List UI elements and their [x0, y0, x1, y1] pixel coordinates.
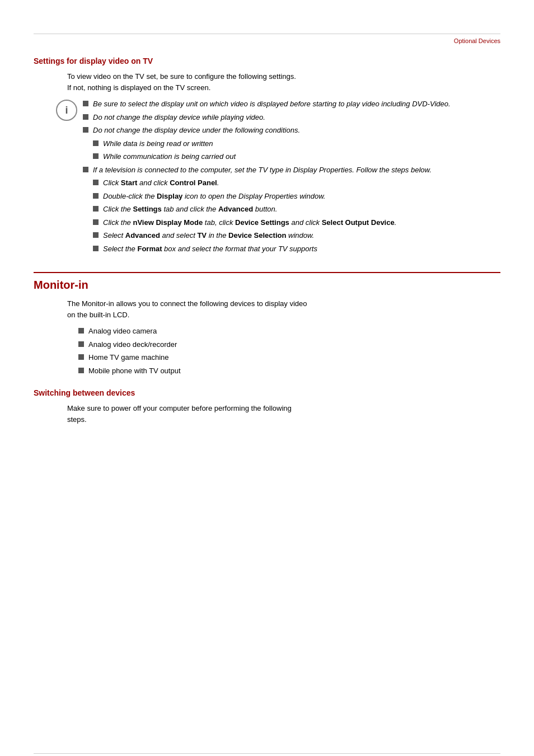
bullet-item-1: Be sure to select the display unit on wh…	[83, 98, 451, 110]
switching-intro: Make sure to power off your computer bef…	[67, 403, 500, 425]
switching-heading: Switching between devices	[34, 388, 500, 397]
monitor-item-3-text: Home TV game machine	[88, 352, 169, 363]
monitor-item-4: Mobile phone with TV output	[78, 365, 500, 377]
switching-intro-line2: steps.	[67, 415, 87, 424]
switching-intro-line1: Make sure to power off your computer bef…	[67, 404, 292, 412]
bullet-item-4e: Select Advanced and select TV in the Dev…	[93, 230, 451, 241]
bullet-item-4f-text: Select the Format box and select the for…	[103, 243, 317, 255]
bullet-square-4e	[93, 232, 99, 238]
footer-area: User's Manual 8-13	[0, 720, 534, 756]
bullet-item-4a: Click Start and click Control Panel.	[93, 177, 451, 189]
monitor-item-2-text: Analog video deck/recorder	[88, 339, 177, 350]
bullet-item-3: Do not change the display device under t…	[83, 125, 451, 136]
monitor-item-1-text: Analog video camera	[88, 326, 157, 337]
bullet-item-4d: Click the nView Display Mode tab, click …	[93, 217, 451, 228]
bullet-item-2: Do not change the display device while p…	[83, 112, 451, 123]
monitor-in-list: Analog video camera Analog video deck/re…	[78, 326, 500, 376]
monitor-bullet-2	[78, 341, 84, 347]
monitor-in-title: Monitor-in	[34, 272, 500, 292]
bullet-square-1	[83, 101, 88, 106]
monitor-bullet-4	[78, 368, 84, 373]
bullet-square-4f	[93, 246, 99, 251]
info-box: i Be sure to select the display unit on …	[56, 98, 500, 256]
bullet-square-4	[83, 167, 88, 172]
monitor-bullet-3	[78, 354, 84, 360]
monitor-in-intro: The Monitor-in allows you to connect the…	[67, 298, 500, 320]
switching-title: Switching between devices	[34, 388, 135, 397]
bullet-item-3a-text: While data is being read or written	[103, 138, 213, 149]
monitor-item-4-text: Mobile phone with TV output	[88, 365, 181, 377]
bullet-item-4e-text: Select Advanced and select TV in the Dev…	[103, 230, 314, 241]
bullet-square-4b	[93, 193, 99, 199]
monitor-item-3: Home TV game machine	[78, 352, 500, 363]
bullet-item-4f: Select the Format box and select the for…	[93, 243, 451, 255]
bullet-item-4: If a television is connected to the comp…	[83, 165, 451, 176]
bullet-item-4b: Double-click the Display icon to open th…	[93, 191, 451, 202]
monitor-bullet-1	[78, 328, 84, 334]
bullet-item-4d-text: Click the nView Display Mode tab, click …	[103, 217, 396, 228]
section1-intro-line2: If not, nothing is displayed on the TV s…	[67, 82, 500, 93]
footer: User's Manual 8-13	[0, 754, 534, 756]
bullet-item-4-text: If a television is connected to the comp…	[93, 165, 432, 176]
monitor-in-intro-line1: The Monitor-in allows you to connect the…	[67, 299, 307, 308]
bullet-square-4a	[93, 180, 99, 185]
header-section-label: Optional Devices	[0, 34, 534, 46]
bullet-item-4c: Click the Settings tab and click the Adv…	[93, 204, 451, 215]
info-icon: i	[56, 100, 77, 121]
bullet-item-3-text: Do not change the display device under t…	[93, 125, 300, 136]
bullet-square-3	[83, 127, 88, 133]
bullet-item-4c-text: Click the Settings tab and click the Adv…	[103, 204, 277, 215]
bullet-item-2-text: Do not change the display device while p…	[93, 112, 265, 123]
monitor-item-1: Analog video camera	[78, 326, 500, 337]
page: Optional Devices Settings for display vi…	[0, 34, 534, 756]
bullet-item-4b-text: Double-click the Display icon to open th…	[103, 191, 325, 202]
monitor-item-2: Analog video deck/recorder	[78, 339, 500, 350]
bullet-square-4c	[93, 206, 99, 212]
bullet-item-1-text: Be sure to select the display unit on wh…	[93, 98, 451, 110]
bullet-square-2	[83, 114, 88, 120]
monitor-in-intro-line2: on the built-in LCD.	[67, 311, 129, 319]
bullet-item-3b-text: While communication is being carried out	[103, 151, 236, 162]
bullet-item-3b: While communication is being carried out	[93, 151, 451, 162]
bullet-square-3b	[93, 153, 99, 159]
bullet-square-3a	[93, 140, 99, 146]
bullet-item-4a-text: Click Start and click Control Panel.	[103, 177, 219, 189]
bullet-square-4d	[93, 219, 99, 225]
content-area: Settings for display video on TV To view…	[0, 57, 534, 425]
section1-intro-line1: To view video on the TV set, be sure to …	[67, 71, 500, 82]
main-bullet-list: Be sure to select the display unit on wh…	[83, 98, 451, 256]
bullet-item-3a: While data is being read or written	[93, 138, 451, 149]
section1-heading: Settings for display video on TV	[34, 57, 500, 65]
switching-section: Switching between devices Make sure to p…	[34, 388, 500, 425]
section1-title: Settings for display video on TV	[34, 57, 153, 65]
section1-intro: To view video on the TV set, be sure to …	[67, 71, 500, 93]
monitor-in-section: Monitor-in The Monitor-in allows you to …	[34, 272, 500, 376]
